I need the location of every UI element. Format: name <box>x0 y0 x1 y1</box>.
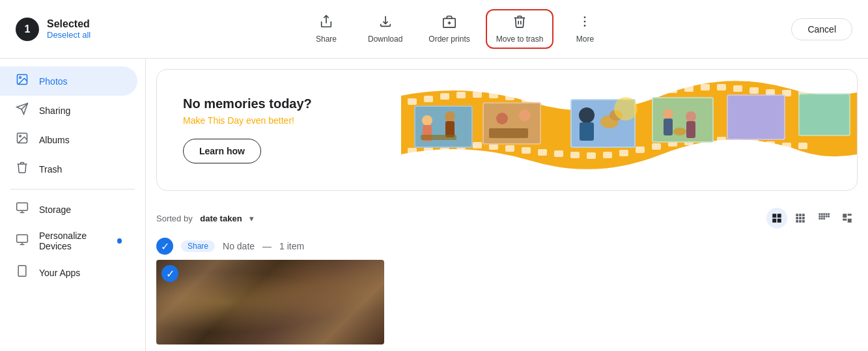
content-area: No memories today? Make This Day even be… <box>146 59 868 351</box>
svg-rect-121 <box>821 216 823 218</box>
sort-value: date taken <box>200 214 242 223</box>
date-separator: — <box>262 241 272 251</box>
svg-rect-57 <box>570 152 580 158</box>
more-button[interactable]: More <box>559 9 611 49</box>
view-small-button[interactable] <box>813 208 834 229</box>
view-timeline-button[interactable] <box>837 208 858 229</box>
svg-rect-53 <box>505 145 514 152</box>
share-badge[interactable]: Share <box>181 240 215 252</box>
svg-rect-123 <box>826 216 828 218</box>
svg-rect-94 <box>664 119 673 135</box>
svg-rect-109 <box>796 217 798 219</box>
photo-thumbnail[interactable]: ✓ <box>156 260 384 344</box>
photo-grid: ✓ <box>156 260 858 350</box>
view-options <box>766 208 858 229</box>
photos-icon <box>16 73 29 89</box>
svg-rect-22 <box>408 98 417 105</box>
order-prints-icon <box>442 14 456 32</box>
notification-dot <box>117 238 122 244</box>
svg-rect-20 <box>18 266 26 277</box>
sidebar-trash-label: Trash <box>39 164 62 175</box>
trash-nav-icon <box>16 161 29 177</box>
svg-rect-78 <box>421 135 456 140</box>
view-medium-button[interactable] <box>790 208 811 229</box>
svg-point-74 <box>422 115 432 126</box>
svg-rect-115 <box>819 213 820 215</box>
view-large-button[interactable] <box>766 208 787 229</box>
top-bar: 1 Selected Deselect all Share <box>0 0 868 59</box>
sidebar-item-personalize-devices[interactable]: Personalize Devices <box>0 224 137 258</box>
svg-rect-69 <box>766 141 775 148</box>
svg-rect-36 <box>636 93 645 100</box>
sort-by-text: Sorted by <box>156 214 193 223</box>
sort-bar: Sorted by date taken ▾ <box>146 201 868 232</box>
sidebar: Photos Sharing Albums <box>0 59 146 351</box>
sort-selector[interactable]: Sorted by date taken ▾ <box>156 214 254 223</box>
svg-rect-24 <box>440 93 449 100</box>
svg-point-13 <box>20 135 21 137</box>
svg-rect-70 <box>782 143 791 149</box>
svg-rect-41 <box>717 84 726 91</box>
svg-rect-103 <box>777 214 781 218</box>
svg-rect-27 <box>489 92 498 98</box>
svg-rect-107 <box>799 214 802 216</box>
svg-rect-61 <box>636 147 645 153</box>
sidebar-photos-label: Photos <box>39 76 68 87</box>
svg-rect-71 <box>798 143 807 149</box>
svg-rect-114 <box>802 220 805 223</box>
svg-rect-83 <box>489 128 528 138</box>
svg-rect-28 <box>505 94 514 100</box>
svg-rect-56 <box>554 150 563 157</box>
sidebar-item-storage[interactable]: Storage <box>0 195 137 224</box>
sidebar-item-your-apps[interactable]: Your Apps <box>0 258 137 287</box>
sidebar-albums-label: Albums <box>39 135 70 145</box>
svg-rect-101 <box>800 94 849 135</box>
share-button[interactable]: Share <box>300 9 352 49</box>
share-icon <box>319 14 333 32</box>
sidebar-item-albums[interactable]: Albums <box>0 125 137 154</box>
selected-info: 1 Selected Deselect all <box>16 18 120 41</box>
svg-rect-127 <box>823 218 825 219</box>
svg-rect-42 <box>733 85 742 92</box>
more-icon <box>578 14 592 32</box>
svg-rect-14 <box>17 203 28 211</box>
svg-rect-43 <box>749 87 759 94</box>
svg-rect-29 <box>522 96 531 102</box>
cancel-button[interactable]: Cancel <box>791 18 852 40</box>
date-group: ✓ Share No date — 1 item ✓ <box>146 232 868 350</box>
trash-icon <box>512 14 527 32</box>
selected-label: Selected <box>47 18 91 30</box>
order-prints-button[interactable]: Order prints <box>418 9 480 49</box>
svg-point-82 <box>519 109 531 121</box>
svg-rect-124 <box>828 216 830 218</box>
memories-title: No memories today? <box>183 96 313 111</box>
svg-rect-31 <box>554 101 563 107</box>
main-layout: Photos Sharing Albums <box>0 59 868 351</box>
download-label: Download <box>368 35 402 44</box>
learn-how-button[interactable]: Learn how <box>183 139 261 163</box>
svg-point-81 <box>496 113 508 124</box>
svg-rect-112 <box>796 220 798 223</box>
svg-point-7 <box>584 25 586 27</box>
sidebar-item-trash[interactable]: Trash <box>0 154 137 184</box>
svg-rect-108 <box>802 214 805 216</box>
svg-rect-26 <box>473 91 482 98</box>
sidebar-item-photos[interactable]: Photos <box>0 66 137 96</box>
svg-rect-66 <box>717 137 726 143</box>
svg-rect-129 <box>848 214 852 216</box>
sidebar-item-sharing[interactable]: Sharing <box>0 96 137 125</box>
svg-point-76 <box>445 111 455 122</box>
svg-rect-105 <box>777 219 781 223</box>
svg-rect-96 <box>686 121 695 138</box>
sharing-icon <box>16 102 29 119</box>
deselect-all-link[interactable]: Deselect all <box>47 30 91 40</box>
group-check-circle[interactable]: ✓ <box>156 238 173 255</box>
date-no-date: No date <box>223 241 255 251</box>
svg-point-97 <box>673 128 686 135</box>
sidebar-your-apps-label: Your Apps <box>39 268 80 278</box>
svg-rect-117 <box>823 213 825 215</box>
download-button[interactable]: Download <box>357 9 413 49</box>
date-header: ✓ Share No date — 1 item <box>156 232 858 260</box>
move-to-trash-label: Move to trash <box>496 35 544 44</box>
move-to-trash-button[interactable]: Move to trash <box>486 9 554 49</box>
